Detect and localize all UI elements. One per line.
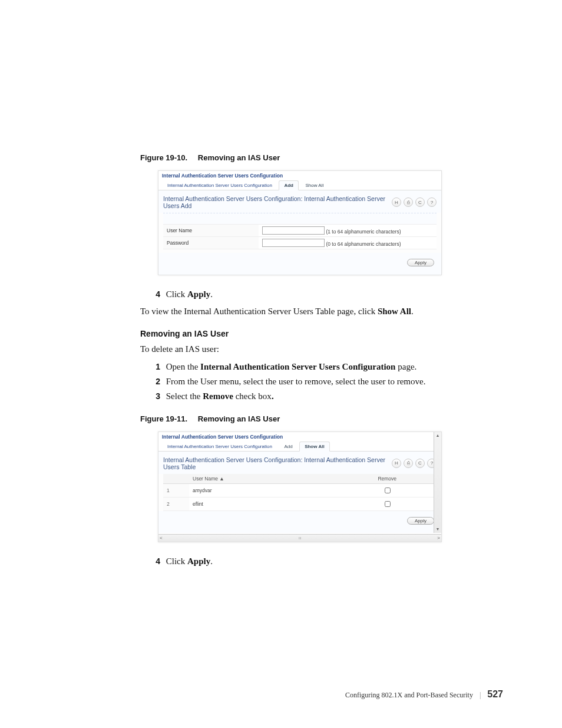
section-subhead: Removing an IAS User (140, 329, 503, 338)
password-hint: (0 to 64 alphanumeric characters) (326, 241, 401, 247)
s1-text-a: Open the (166, 362, 200, 371)
row-index: 2 (163, 497, 189, 510)
step-number: 4 (150, 556, 160, 568)
scroll-down-icon[interactable]: ▾ (434, 526, 441, 533)
scroll-right-icon[interactable]: > (437, 535, 440, 541)
username-label: User Name (163, 225, 259, 237)
refresh-icon[interactable]: C (415, 459, 425, 468)
step-1: 1 Open the Internal Authentication Serve… (140, 361, 503, 373)
showall-strong: Show All (378, 307, 411, 316)
col-index (163, 474, 189, 484)
col-username[interactable]: User Name ▲ (189, 474, 338, 484)
sort-icon: ▲ (219, 476, 224, 482)
table-row: 2 eflint (163, 497, 437, 510)
users-table: User Name ▲ Remove 1 amydvar 2 eflint (163, 474, 437, 511)
print-icon[interactable]: ⎙ (404, 197, 413, 207)
apply-button[interactable]: Apply (407, 259, 434, 266)
breadcrumb: Internal Authentication Server Users Con… (158, 432, 441, 441)
remove-checkbox[interactable] (385, 501, 391, 507)
step-number: 1 (150, 361, 160, 373)
tab-add[interactable]: Add (279, 442, 297, 452)
password-label: Password (163, 237, 259, 249)
s3-dot: . (272, 391, 274, 401)
view-line: To view the Internal Authentication Serv… (140, 305, 503, 318)
view-text-a: To view the Internal Authentication Serv… (140, 307, 378, 316)
row-username: amydvar (189, 483, 338, 497)
s3-tail: check box (233, 391, 272, 401)
col-username-label: User Name (193, 476, 218, 482)
step-text: Click (166, 289, 187, 299)
figure-title: Removing an IAS User (198, 153, 280, 162)
panel-icons: H ⎙ C ? (392, 459, 437, 468)
step-number: 4 (150, 289, 160, 301)
step-number: 2 (150, 376, 160, 388)
tab-row: Internal Authentication Server Users Con… (158, 441, 441, 452)
row-remove-cell (338, 483, 437, 497)
tab-main[interactable]: Internal Authentication Server Users Con… (162, 442, 277, 452)
username-input[interactable] (262, 226, 325, 235)
apply-button[interactable]: Apply (407, 517, 434, 525)
tab-main[interactable]: Internal Authentication Server Users Con… (162, 180, 277, 190)
row-index: 1 (163, 483, 189, 497)
scroll-up-icon[interactable]: ▴ (434, 432, 441, 439)
footer-separator: | (480, 691, 481, 699)
password-cell: (0 to 64 alphanumeric characters) (259, 237, 437, 249)
screenshot-add-user: Internal Authentication Server Users Con… (158, 170, 442, 275)
help-icon[interactable]: ? (427, 197, 437, 207)
tab-showall[interactable]: Show All (300, 180, 329, 190)
row-remove-cell (338, 497, 437, 510)
panel-title: Internal Authentication Server Users Con… (163, 456, 392, 470)
add-user-form: User Name (1 to 64 alphanumeric characte… (163, 224, 437, 249)
password-input[interactable] (262, 239, 325, 247)
save-icon[interactable]: H (392, 459, 401, 468)
s3-bold: Remove (203, 391, 233, 401)
vertical-scrollbar[interactable]: ▴ ▾ (434, 432, 441, 533)
col-remove: Remove (338, 474, 437, 484)
username-cell: (1 to 64 alphanumeric characters) (259, 225, 437, 237)
step-4b: 4 Click Apply. (140, 555, 503, 568)
footer-page-number: 527 (487, 689, 503, 699)
step-text: Click (166, 556, 187, 566)
table-row: 1 amydvar (163, 483, 437, 497)
remove-checkbox[interactable] (385, 487, 391, 493)
footer-chapter: Configuring 802.1X and Port-Based Securi… (345, 691, 473, 699)
panel-bar: Internal Authentication Server Users Con… (158, 452, 441, 474)
row-username: eflint (189, 497, 338, 510)
step-2: 2 From the User menu, select the user to… (140, 375, 503, 388)
scroll-left-icon[interactable]: < (160, 535, 163, 541)
table-header-row: User Name ▲ Remove (163, 474, 437, 484)
tab-showall[interactable]: Show All (299, 442, 329, 452)
tab-add[interactable]: Add (279, 180, 299, 190)
figure-number: Figure 19-11. (140, 414, 187, 423)
apply-strong: Apply (187, 289, 210, 299)
panel-bar: Internal Authentication Server Users Con… (158, 190, 441, 213)
step-tail: . (210, 556, 213, 566)
apply-row: Apply (158, 253, 441, 275)
refresh-icon[interactable]: C (415, 197, 425, 207)
page-footer: Configuring 802.1X and Port-Based Securi… (345, 689, 503, 700)
step-tail: . (210, 289, 213, 299)
view-text-tail: . (411, 307, 414, 316)
s1-tail: page. (395, 362, 416, 371)
figure-caption: Figure 19-11. Removing an IAS User (140, 414, 503, 423)
tab-row: Internal Authentication Server Users Con… (158, 180, 441, 190)
save-icon[interactable]: H (392, 197, 401, 207)
figure-title: Removing an IAS User (198, 414, 280, 423)
s2-text: From the User menu, select the user to r… (166, 377, 426, 386)
step-number: 3 (150, 391, 160, 403)
print-icon[interactable]: ⎙ (404, 459, 413, 468)
username-hint: (1 to 64 alphanumeric characters) (326, 229, 401, 235)
screenshot-inner: Internal Authentication Server Users Con… (158, 432, 441, 533)
apply-strong: Apply (187, 556, 210, 566)
panel-divider (163, 213, 437, 224)
screenshot-users-table: Internal Authentication Server Users Con… (158, 431, 442, 542)
apply-row: Apply (158, 511, 441, 533)
section-intro: To delete an IAS user: (140, 343, 503, 356)
horizontal-scrollbar[interactable]: < III > (158, 534, 441, 542)
panel-icons: H ⎙ C ? (392, 197, 437, 207)
scroll-thumb[interactable]: III (298, 536, 301, 540)
figure-caption: Figure 19-10. Removing an IAS User (140, 153, 503, 162)
breadcrumb: Internal Authentication Server Users Con… (158, 171, 441, 180)
s1-bold: Internal Authentication Server Users Con… (200, 362, 395, 371)
figure-number: Figure 19-10. (140, 153, 187, 162)
